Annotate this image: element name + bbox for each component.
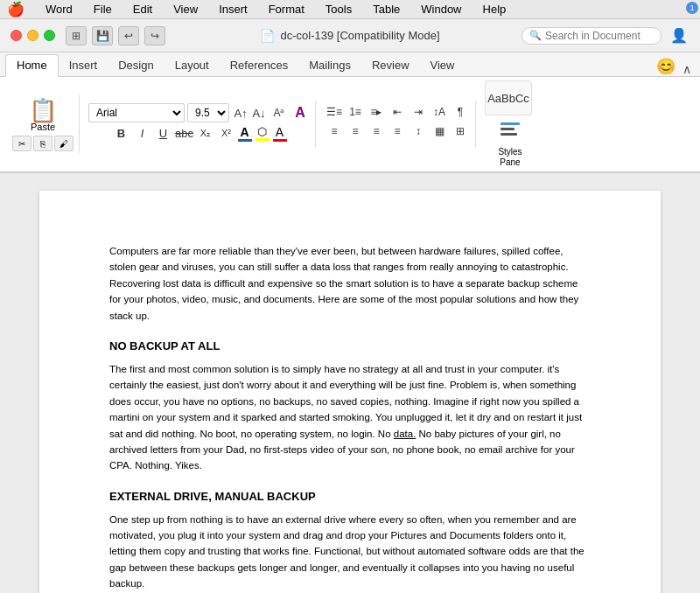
paste-options: ✂ ⎘ 🖌: [12, 136, 74, 151]
tab-home[interactable]: Home: [5, 54, 59, 77]
close-button[interactable]: [10, 30, 22, 41]
svg-rect-0: [500, 122, 520, 125]
clear-formatting-button[interactable]: Aᵃ: [270, 104, 288, 122]
menu-insert[interactable]: Insert: [215, 3, 251, 16]
highlight-color-button[interactable]: ⬡: [256, 125, 270, 141]
line-spacing-button[interactable]: ↕: [409, 122, 428, 140]
search-icon: 🔍: [529, 30, 542, 41]
sort-button[interactable]: ↕A: [430, 103, 449, 121]
minimize-button[interactable]: [27, 30, 38, 41]
menu-bar: 🍎 Word File Edit View Insert Format Tool…: [0, 0, 700, 19]
menu-table[interactable]: Table: [369, 3, 403, 16]
ribbon-tabs: Home Insert Design Layout References Mai…: [0, 52, 700, 77]
menu-window[interactable]: Window: [417, 3, 465, 16]
apple-menu[interactable]: 🍎: [7, 1, 24, 17]
svg-rect-2: [500, 133, 517, 136]
doc-section2-body: One step up from nothing is to have an e…: [109, 512, 591, 592]
italic-button[interactable]: I: [133, 124, 152, 142]
traffic-lights: [10, 30, 55, 41]
align-right-button[interactable]: ≡: [367, 122, 386, 140]
superscript-button[interactable]: X²: [217, 124, 236, 142]
titlebar-quick-access: ⊞ 💾 ↩ ↪: [66, 26, 165, 45]
text-effects-button[interactable]: A: [290, 104, 310, 122]
styles-pane-label: StylesPane: [498, 147, 522, 168]
bullets-button[interactable]: ☰≡: [325, 103, 344, 121]
underline-data-word: data.: [394, 429, 416, 439]
format-painter-button[interactable]: 🖌: [54, 136, 74, 151]
search-box[interactable]: 🔍: [522, 27, 662, 45]
styles-pane-button[interactable]: StylesPane 1: [498, 117, 522, 168]
cut-button[interactable]: ✂: [12, 136, 32, 151]
search-input[interactable]: [545, 30, 659, 42]
sidebar-toggle[interactable]: ⊞: [66, 26, 87, 45]
justify-button[interactable]: ≡: [388, 122, 407, 140]
ribbon-toolbar: 📋 Paste ✂ ⎘ 🖌 Arial 9.5 A↑ A↓ Aᵃ A B: [0, 77, 700, 173]
doc-heading-2: EXTERNAL DRIVE, MANUAL BACKUP: [109, 490, 591, 503]
menu-word[interactable]: Word: [42, 3, 76, 16]
doc-icon: 📄: [260, 29, 275, 43]
tab-design[interactable]: Design: [108, 55, 164, 76]
multilevel-list-button[interactable]: ≡▸: [367, 103, 386, 121]
tab-layout[interactable]: Layout: [164, 55, 220, 76]
paste-group: 📋 Paste ✂ ⎘ 🖌: [7, 95, 80, 153]
increase-indent-button[interactable]: ⇥: [409, 103, 428, 121]
title-text: dc-col-139 [Compatibility Mode]: [280, 29, 439, 42]
menu-format[interactable]: Format: [265, 3, 308, 16]
tab-insert[interactable]: Insert: [59, 55, 108, 76]
paragraph-group: ☰≡ 1≡ ≡▸ ⇤ ⇥ ↕A ¶ ≡ ≡ ≡ ≡ ↕ ▦ ⊞: [319, 101, 476, 147]
menu-tools[interactable]: Tools: [322, 3, 355, 16]
font-row1: Arial 9.5 A↑ A↓ Aᵃ A: [88, 103, 310, 122]
menu-help[interactable]: Help: [480, 3, 510, 16]
redo-button[interactable]: ↪: [144, 26, 165, 45]
font-size-increase[interactable]: A↑: [232, 104, 249, 122]
font-group: Arial 9.5 A↑ A↓ Aᵃ A B I U abc X₂ X² A: [83, 101, 316, 147]
doc-intro: Computers are far more reliable than the…: [109, 243, 591, 324]
align-center-button[interactable]: ≡: [346, 122, 365, 140]
font-size-buttons: A↑ A↓: [232, 104, 268, 122]
paste-icon: 📋: [29, 99, 57, 122]
tab-references[interactable]: References: [220, 55, 298, 76]
styles-pane-icon: [498, 117, 522, 147]
font-family-select[interactable]: Arial: [88, 103, 185, 122]
undo-button[interactable]: ↩: [118, 26, 139, 45]
shading-button[interactable]: ▦: [430, 122, 449, 140]
font-size-decrease[interactable]: A↓: [250, 104, 268, 122]
tab-mailings[interactable]: Mailings: [298, 55, 361, 76]
show-formatting-button[interactable]: ¶: [451, 103, 470, 121]
styles-badge: 1: [686, 2, 698, 14]
add-user-button[interactable]: 👤: [668, 26, 690, 45]
font-size-select[interactable]: 9.5: [187, 103, 229, 122]
numbering-button[interactable]: 1≡: [346, 103, 365, 121]
emoji-button[interactable]: 😊: [653, 57, 679, 76]
document-title: 📄 dc-col-139 [Compatibility Mode]: [260, 29, 439, 43]
collapse-ribbon-button[interactable]: ∧: [679, 62, 695, 76]
copy-button[interactable]: ⎘: [33, 136, 52, 151]
bold-button[interactable]: B: [112, 124, 131, 142]
font-color-button[interactable]: A: [238, 125, 252, 142]
tab-review[interactable]: Review: [361, 55, 420, 76]
styles-gallery: AaBbCc: [485, 80, 532, 115]
underline-button[interactable]: U: [154, 124, 173, 142]
font-row2: B I U abc X₂ X² A ⬡ A: [112, 124, 287, 142]
subscript-button[interactable]: X₂: [196, 124, 215, 142]
save-button[interactable]: 💾: [92, 26, 113, 45]
style-normal-label: AaBbCc: [487, 92, 529, 105]
text-color-button[interactable]: A: [273, 125, 287, 142]
menu-view[interactable]: View: [170, 3, 201, 16]
style-normal[interactable]: AaBbCc: [485, 80, 532, 115]
doc-heading-1: NO BACKUP AT ALL: [109, 339, 591, 352]
svg-rect-1: [500, 128, 514, 130]
borders-button[interactable]: ⊞: [451, 122, 470, 140]
maximize-button[interactable]: [44, 30, 55, 41]
tab-view[interactable]: View: [420, 55, 466, 76]
document-page[interactable]: Computers are far more reliable than the…: [39, 191, 661, 593]
strikethrough-button[interactable]: abc: [175, 124, 194, 142]
align-left-button[interactable]: ≡: [325, 122, 344, 140]
menu-file[interactable]: File: [90, 3, 116, 16]
decrease-indent-button[interactable]: ⇤: [388, 103, 407, 121]
para-row2: ≡ ≡ ≡ ≡ ↕ ▦ ⊞: [325, 122, 470, 140]
menu-edit[interactable]: Edit: [130, 3, 156, 16]
paste-label: Paste: [31, 122, 55, 132]
paste-button[interactable]: 📋 Paste: [24, 97, 62, 134]
para-row1: ☰≡ 1≡ ≡▸ ⇤ ⇥ ↕A ¶: [325, 103, 470, 121]
